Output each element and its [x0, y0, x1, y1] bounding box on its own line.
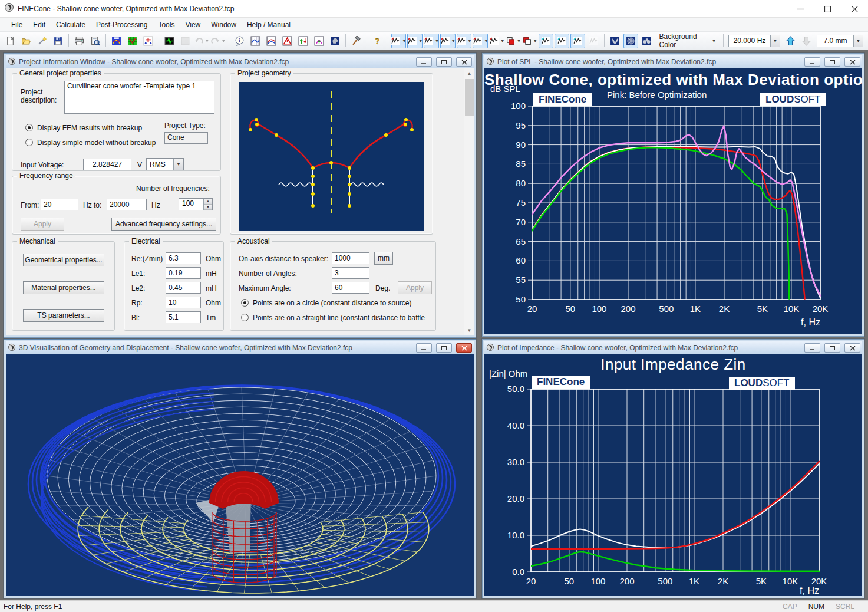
chevron-down-icon[interactable]: ▼	[533, 39, 537, 43]
curve-select-6-button[interactable]: ▼	[473, 34, 488, 48]
view-3d-head-button[interactable]	[328, 34, 342, 48]
minimize-button[interactable]	[787, 0, 814, 18]
max-angle-field[interactable]	[332, 282, 369, 294]
new-document-button[interactable]	[3, 34, 18, 48]
menu-item-file[interactable]: File	[6, 18, 28, 31]
curve-select-1-button[interactable]: ▼	[391, 34, 407, 48]
project-window-titlebar[interactable]: Project Information Window - Shallow con…	[6, 55, 474, 68]
background-color-button[interactable]: Background Color▼	[655, 34, 720, 48]
chevron-down-icon[interactable]: ▼	[770, 35, 780, 47]
close-icon[interactable]	[456, 343, 472, 353]
layers-back-button[interactable]: ▼	[522, 34, 537, 48]
spl-window-titlebar[interactable]: Plot of SPL - Shallow cone woofer, Optim…	[484, 55, 862, 68]
impedance-window-titlebar[interactable]: Plot of Impedance - Shallow cone woofer,…	[484, 341, 862, 354]
chevron-down-icon[interactable]: ▼	[451, 39, 456, 43]
menu-item-help-manual[interactable]: Help / Manual	[242, 18, 296, 31]
frequency-down-button[interactable]	[799, 34, 814, 48]
frequency-to-field[interactable]	[107, 199, 147, 210]
curve-select-7-button[interactable]: ▼	[489, 34, 504, 48]
plot-spl-button[interactable]	[248, 34, 263, 48]
apply-button[interactable]: Apply	[398, 281, 432, 294]
menu-item-tools[interactable]: Tools	[153, 18, 180, 31]
cone-rings-view-button[interactable]	[623, 34, 638, 48]
spin-down-icon[interactable]: ▼	[204, 205, 212, 210]
menu-item-edit[interactable]: Edit	[28, 18, 51, 31]
description-field[interactable]: Curvilinear cone woofer -Template type 1	[64, 81, 214, 114]
num-frequencies-stepper[interactable]: 100 ▲▼	[179, 198, 213, 210]
scroll-up-icon[interactable]: ▲	[464, 68, 474, 78]
find-binoculars-button[interactable]	[639, 34, 654, 48]
restore-button[interactable]	[436, 343, 452, 353]
wizard-wand-button[interactable]	[35, 34, 49, 48]
tools-hammer-button[interactable]	[349, 34, 364, 48]
fem-mesh-button[interactable]	[125, 34, 140, 48]
zoom-curve-4-button[interactable]	[586, 34, 601, 48]
restore-button[interactable]	[824, 57, 840, 67]
electrical-field-4[interactable]	[166, 311, 201, 323]
close-icon[interactable]	[844, 57, 860, 67]
print-button[interactable]	[72, 34, 87, 48]
advanced-frequency-settings-button[interactable]: Advanced frequency settings...	[111, 218, 216, 231]
shell-view-button[interactable]	[608, 34, 622, 48]
fem-parts-button[interactable]	[141, 34, 156, 48]
scrollbar-thumb[interactable]	[465, 79, 474, 116]
chevron-down-icon[interactable]: ▼	[500, 39, 504, 43]
displacement-select[interactable]: 7.0 mm▼	[817, 35, 863, 47]
chevron-down-icon[interactable]: ▼	[484, 39, 488, 43]
restore-button[interactable]	[824, 343, 840, 353]
plot-velocity-button[interactable]	[312, 34, 326, 48]
radio-simple-model[interactable]	[25, 139, 33, 146]
radio-points-circle[interactable]	[241, 299, 249, 307]
frequency-select[interactable]: 20.000 Hz▼	[728, 35, 780, 47]
curve-select-3-button[interactable]: ▼	[424, 34, 439, 48]
close-icon[interactable]	[456, 57, 472, 67]
print-preview-button[interactable]	[88, 34, 103, 48]
viz-window-titlebar[interactable]: 3D Visualisation of Geometry and Displac…	[6, 341, 474, 354]
chevron-down-icon[interactable]: ▼	[402, 39, 406, 43]
mm-unit-button[interactable]: mm	[374, 252, 393, 265]
open-file-button[interactable]	[19, 34, 34, 48]
chevron-down-icon[interactable]: ▼	[468, 39, 472, 43]
chevron-down-icon[interactable]: ▼	[222, 39, 226, 43]
distance-field[interactable]	[332, 252, 369, 264]
plot-displacement-button[interactable]	[296, 34, 311, 48]
chevron-down-icon[interactable]: ▼	[418, 39, 423, 43]
chevron-down-icon[interactable]: ▼	[517, 39, 521, 43]
layers-front-button[interactable]: ▼	[506, 34, 521, 48]
plot-deviation-button[interactable]	[280, 34, 295, 48]
curve-select-2-button[interactable]: ▼	[407, 34, 423, 48]
curve-select-5-button[interactable]: ▼	[457, 34, 472, 48]
zoom-curve-3-button[interactable]	[570, 34, 585, 48]
minimize-button[interactable]	[416, 343, 432, 353]
voltage-mode-select[interactable]: RMS ▼	[146, 158, 184, 170]
menu-item-calculate[interactable]: Calculate	[51, 18, 91, 31]
chevron-down-icon[interactable]: ▼	[853, 35, 863, 47]
angles-field[interactable]	[332, 267, 369, 279]
curve-select-4-button[interactable]: ▼	[440, 34, 456, 48]
mechanical-button-2[interactable]: TS parameters...	[23, 309, 104, 322]
minimize-button[interactable]	[804, 57, 820, 67]
help-question-button[interactable]: ?	[370, 34, 385, 48]
chevron-down-icon[interactable]: ▼	[173, 159, 183, 170]
radio-points-line[interactable]	[241, 314, 249, 321]
minimize-button[interactable]	[416, 57, 432, 67]
mechanical-button-0[interactable]: Geometrical properties...	[23, 254, 104, 266]
apply-button[interactable]: Apply	[21, 218, 64, 231]
frequency-from-field[interactable]	[41, 199, 78, 210]
input-voltage-field[interactable]	[83, 159, 131, 170]
restore-button[interactable]	[436, 57, 452, 67]
undo-button[interactable]: ▼	[194, 34, 209, 48]
oscilloscope-button[interactable]	[162, 34, 177, 48]
redo-button[interactable]: ▼	[210, 34, 226, 48]
menu-item-post-processing[interactable]: Post-Processing	[91, 18, 153, 31]
placeholder-button[interactable]	[178, 34, 193, 48]
close-icon[interactable]	[844, 343, 860, 353]
spin-up-icon[interactable]: ▲	[204, 199, 212, 205]
info-balloon-button[interactable]: i	[232, 34, 247, 48]
electrical-field-3[interactable]	[166, 297, 201, 308]
maximize-button[interactable]	[814, 0, 841, 18]
electrical-field-0[interactable]	[166, 252, 201, 264]
electrical-field-1[interactable]	[166, 267, 201, 279]
frequency-up-button[interactable]	[783, 34, 798, 48]
scroll-down-icon[interactable]: ▼	[464, 325, 474, 335]
